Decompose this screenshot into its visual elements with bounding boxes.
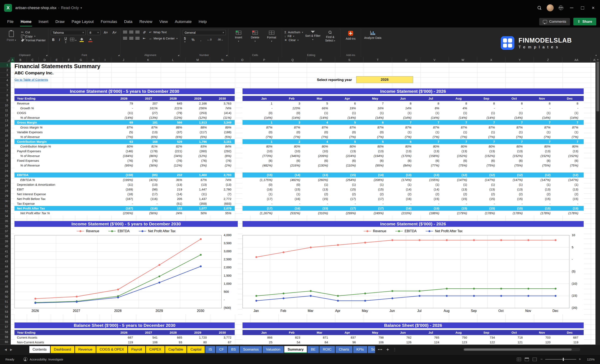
increase-decimal-icon[interactable]: ←.0 [206, 38, 213, 41]
cell-value[interactable]: (1) [556, 111, 584, 115]
cell-value[interactable]: 7 [417, 140, 445, 143]
cell-value[interactable]: 7 [472, 140, 500, 143]
cell-value[interactable]: 236% [186, 106, 210, 110]
sheet-tab-captable[interactable]: CapTable [165, 346, 187, 353]
cell-value[interactable]: (224%) [334, 154, 361, 158]
cell-value[interactable]: (6) [306, 159, 334, 162]
cell-value[interactable]: (773%) [250, 154, 278, 158]
row-header-31[interactable]: 31 [0, 204, 10, 209]
cell-value[interactable]: 124 [417, 340, 445, 344]
menu-tab-insert[interactable]: Insert [35, 16, 52, 27]
cell-value[interactable]: (6) [528, 159, 556, 162]
column-header-k[interactable]: K [136, 57, 161, 62]
cell-value[interactable]: 66% [306, 106, 334, 110]
table-header-cell[interactable]: Dec [556, 97, 584, 100]
scroll-up-icon[interactable]: ▲ [596, 57, 600, 61]
row-header-7[interactable]: 7 [0, 88, 10, 93]
cell-value[interactable]: 14% [389, 106, 417, 110]
cell-value[interactable]: (14%) [472, 116, 500, 119]
cell-value[interactable]: 87% [136, 126, 161, 129]
cell-value[interactable]: 81% [136, 145, 161, 148]
cell-value[interactable]: 74% [210, 178, 235, 182]
table-header-cell[interactable]: May [361, 97, 389, 100]
cell-value[interactable]: (6) [500, 159, 528, 162]
cell-value[interactable]: 5 [306, 102, 334, 105]
cell-value[interactable]: (16) [278, 197, 306, 200]
minimize-button[interactable] [567, 3, 576, 13]
cell-value[interactable]: 181 [136, 121, 161, 124]
cell-value[interactable]: (13) [210, 183, 235, 186]
column-header-z[interactable]: Z [534, 57, 562, 62]
align-left-icon[interactable] [123, 37, 127, 40]
row-header-5[interactable]: 5 [0, 83, 10, 88]
cell-value[interactable]: (12%) [161, 116, 186, 119]
table-header-cell[interactable]: 2029 [186, 331, 210, 335]
number-dialog-launcher[interactable]: ◢ [226, 54, 227, 56]
table-header-cell[interactable]: Jun [389, 97, 417, 100]
cell-value[interactable]: (147%) [500, 178, 528, 182]
cell-value[interactable]: (7%) [306, 135, 334, 139]
cell-value[interactable]: (13) [361, 149, 389, 153]
cell-value[interactable]: 106 [136, 340, 161, 344]
cell-value[interactable]: (37) [161, 130, 186, 134]
row-header-50[interactable]: 50 [0, 294, 10, 299]
font-dialog-launcher[interactable]: ◢ [118, 54, 120, 56]
cell-value[interactable]: 205 [161, 197, 186, 200]
cell-value[interactable]: (76) [186, 159, 210, 162]
row-label[interactable]: Payroll Expenses [14, 149, 112, 153]
table-header-cell[interactable]: 2030 [210, 97, 235, 100]
cell-value[interactable]: (12) [528, 173, 556, 177]
orientation-icon[interactable]: ab [141, 29, 147, 35]
cell-value[interactable]: (10) [306, 149, 334, 153]
cell-value[interactable]: (15) [334, 173, 361, 177]
cell-value[interactable]: (7%) [528, 135, 556, 139]
cell-value[interactable]: 87% [445, 126, 473, 129]
cell-value[interactable]: - [445, 202, 473, 205]
cell-value[interactable]: 55% [210, 211, 235, 215]
table-header-cell[interactable]: 2029 [186, 97, 210, 100]
cell-value[interactable]: (8%) [210, 154, 235, 158]
page-break-view-icon[interactable] [533, 358, 537, 361]
zoom-level[interactable]: 115% [585, 358, 595, 361]
cell-value[interactable]: 1,796 [186, 140, 210, 143]
cell-value[interactable]: 1 [250, 121, 278, 124]
cell-value[interactable]: (15) [472, 207, 500, 210]
cell-value[interactable]: 8 [389, 102, 417, 105]
cell-value[interactable]: (75%) [445, 164, 473, 167]
cell-value[interactable]: (188) [210, 130, 235, 134]
cell-value[interactable]: 6 [389, 140, 417, 143]
vertical-scrollbar[interactable]: ▲ [595, 57, 600, 345]
column-header-s[interactable]: S [335, 57, 364, 62]
cell-value[interactable]: - [136, 202, 161, 205]
cell-value[interactable]: 123% [278, 106, 306, 110]
cell-value[interactable]: 4 [306, 140, 334, 143]
cell-value[interactable]: (75%) [500, 164, 528, 167]
cell-value[interactable]: (5%) [186, 135, 210, 139]
cell-value[interactable]: 93 [161, 340, 186, 344]
zoom-slider-thumb[interactable] [563, 358, 564, 361]
cell-value[interactable]: (15) [500, 197, 528, 200]
cell-value[interactable]: (17) [361, 197, 389, 200]
font-size-select[interactable]: 8▾ [88, 30, 101, 35]
row-header-40[interactable]: 40 [0, 244, 10, 249]
cell-value[interactable]: 3,161 [210, 140, 235, 143]
cell-value[interactable]: 67 [210, 340, 235, 344]
cell-value[interactable]: (14%) [278, 116, 306, 119]
cell-value[interactable]: (51) [161, 202, 186, 205]
row-header-12[interactable]: 12 [0, 113, 10, 118]
cell-value[interactable]: (6) [556, 159, 584, 162]
cell-value[interactable]: (178%) [472, 211, 500, 215]
cell-value[interactable]: (84%) [389, 164, 417, 167]
table-header-cell[interactable]: Feb [278, 97, 306, 100]
cell-value[interactable]: (7) [210, 192, 235, 196]
cell-value[interactable]: 7 [528, 140, 556, 143]
align-top-icon[interactable] [123, 31, 127, 34]
cell-value[interactable]: 750 [445, 336, 473, 339]
align-bottom-icon[interactable] [135, 31, 140, 34]
cell-value[interactable]: (0) [306, 130, 334, 134]
cell-value[interactable]: (152%) [500, 154, 528, 158]
cell-value[interactable]: (209%) [306, 154, 334, 158]
cell-value[interactable]: 89% [210, 126, 235, 129]
cell-value[interactable]: (187) [112, 197, 136, 200]
analyze-data-button[interactable]: Analyze Data [364, 30, 382, 40]
